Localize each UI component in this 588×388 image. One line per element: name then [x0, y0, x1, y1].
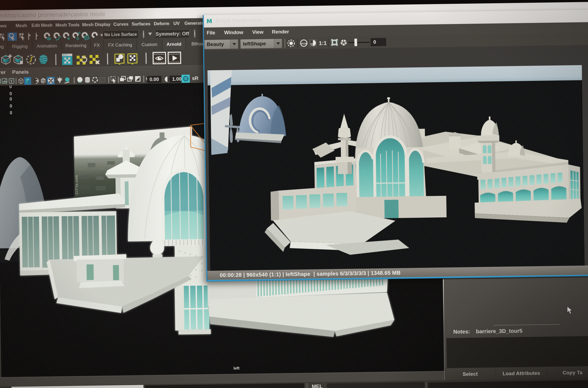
- image-plane-icon: [2, 78, 7, 83]
- shelf-tab-animation[interactable]: Animation: [33, 41, 61, 51]
- rgb-icon-text: RGB: [301, 42, 307, 45]
- command-divider-2: [426, 382, 427, 388]
- move-tool-icon: [29, 33, 31, 40]
- select-button[interactable]: Select: [445, 368, 496, 381]
- help-line-field[interactable]: [428, 380, 588, 388]
- isolate-icon: [135, 76, 140, 81]
- panel-menu-renderer[interactable]: erer: [0, 69, 6, 75]
- menu-deform[interactable]: Deform: [154, 21, 169, 27]
- render-eye-icon: [153, 52, 166, 64]
- make-live-icon: [91, 32, 98, 38]
- snap-icons[interactable]: [43, 31, 105, 41]
- shelf-tab-fx[interactable]: FX: [91, 40, 103, 51]
- menu-mesh[interactable]: Mesh: [16, 23, 27, 29]
- title-fade: [83, 8, 197, 20]
- shelf-tab-fx-caching[interactable]: FX Caching: [104, 40, 137, 51]
- snap-projected-center-icon: [72, 32, 80, 41]
- shelf-divider-1: [55, 54, 56, 65]
- symmetry-dropdown-arrow-icon[interactable]: [148, 32, 153, 36]
- hud-zero-5: 0: [10, 110, 12, 115]
- light-dome-icon: [115, 54, 124, 65]
- texture-rotate-icon: [76, 56, 87, 65]
- texture-delete-icon: [89, 55, 99, 64]
- menu-uv[interactable]: UV: [173, 21, 180, 26]
- polycube-create-icon: [1, 54, 12, 64]
- load-attributes-button[interactable]: Load Attributes: [496, 367, 547, 380]
- select-tool-icon: [0, 33, 5, 40]
- panel-roller-1: [16, 78, 17, 84]
- polycube-export-icon: [14, 55, 23, 65]
- checker-ball-icon: [47, 77, 54, 84]
- mel-label[interactable]: MEL: [312, 383, 322, 388]
- dashed-circle-icon: [93, 77, 98, 82]
- shelf-tab-ng[interactable]: ng: [0, 41, 7, 52]
- notes-label: Notes:: [453, 328, 470, 335]
- arnold-render-body: [203, 45, 588, 271]
- menu-edit-mesh[interactable]: Edit Mesh: [32, 23, 53, 28]
- shelf-tab-rendering[interactable]: Rendering: [62, 40, 90, 51]
- menu-mesh-tools[interactable]: Mesh Tools: [55, 22, 80, 28]
- attribute-editor-panel: Notes:barriere_3D_tour5 Select Load Attr…: [443, 277, 588, 381]
- panel-menu-panels[interactable]: Panels: [12, 69, 29, 75]
- viewport-entrance: [74, 254, 127, 288]
- notes-row: Notes:barriere_3D_tour5: [453, 328, 523, 335]
- text-icon: T: [9, 78, 14, 83]
- exposure-slider-handle[interactable]: [354, 39, 357, 46]
- arnold-window-title: Arnold RenderView: [215, 17, 261, 24]
- exposure-field[interactable]: 0.00: [147, 76, 161, 83]
- paint-select-icon: [19, 33, 25, 40]
- hud-zero-2: 0: [9, 91, 12, 96]
- camera-select[interactable]: leftShape: [241, 39, 282, 48]
- mouse-cursor: [566, 306, 573, 315]
- srgb-on-icon[interactable]: ON: [181, 75, 190, 83]
- menu-curves[interactable]: Curves: [113, 22, 128, 27]
- shelf-tab-arnold[interactable]: Arnold: [163, 39, 186, 50]
- select-cursor-icon: [111, 77, 116, 83]
- hud-zero-3: 0: [9, 97, 12, 102]
- live-surface-field[interactable]: No Live Surface: [103, 30, 138, 39]
- exposure-slider-track[interactable]: [349, 42, 370, 43]
- lasso-select-icon: [8, 32, 17, 41]
- snap-point-icon: [62, 32, 70, 40]
- aov-select[interactable]: Beauty: [204, 39, 238, 49]
- arnold-menu-view[interactable]: View: [252, 29, 263, 35]
- panel-roller-5: [143, 75, 144, 82]
- command-dark-field[interactable]: [145, 383, 304, 388]
- snapshot-circle-icon: [288, 40, 294, 46]
- textured-cube-icon: [41, 78, 46, 84]
- menu-windows[interactable]: dows: [0, 23, 7, 29]
- plane-icon: [99, 77, 106, 82]
- cylinder-icon: [85, 77, 90, 83]
- toolbar-roller-1[interactable]: [143, 30, 144, 38]
- curve-s-icon: [27, 55, 35, 64]
- snap-view-plane-icon: [81, 32, 89, 40]
- panel-roller-2: [74, 77, 75, 84]
- shelf-icons[interactable]: [1, 51, 189, 67]
- copy-tab-button[interactable]: Copy Ta: [547, 366, 588, 379]
- menu-mesh-display[interactable]: Mesh Display: [82, 22, 110, 27]
- arnold-menu-render[interactable]: Render: [272, 29, 289, 35]
- shelf-divider-3: [145, 53, 147, 64]
- snap-grid-icon: [43, 32, 51, 40]
- arnold-menu-file[interactable]: File: [207, 30, 215, 36]
- menu-surfaces[interactable]: Surfaces: [132, 21, 151, 27]
- script-field[interactable]: [327, 382, 425, 388]
- shelf-tab-rigging[interactable]: Rigging: [8, 41, 32, 52]
- aperture-icon: [340, 39, 347, 46]
- arnold-status-text: 00:00:28 | 960x540 (1:1) | leftShape | s…: [220, 270, 401, 278]
- shelf-tab-custom[interactable]: Custom: [137, 39, 162, 50]
- panel-toolbar-icons-2[interactable]: [120, 75, 203, 84]
- snap-curve-icon: [53, 32, 61, 40]
- arnold-toolbar-icons[interactable]: RGB 1:1: [287, 39, 349, 48]
- arnold-menu-window[interactable]: Window: [224, 29, 243, 36]
- viewport-dome-arch: [160, 170, 208, 240]
- notes-textarea[interactable]: [446, 336, 588, 368]
- light-bulb-icon: [57, 77, 62, 83]
- symmetry-field[interactable]: Symmetry: Off: [155, 29, 189, 39]
- toolbar-roller-2[interactable]: [194, 30, 195, 38]
- menu-generate[interactable]: Generate: [185, 20, 204, 26]
- crop-region-icon: [331, 39, 338, 46]
- exposure-value-field[interactable]: 0: [371, 38, 386, 46]
- camera-label: left: [234, 366, 240, 370]
- shadows-icon: [65, 77, 69, 83]
